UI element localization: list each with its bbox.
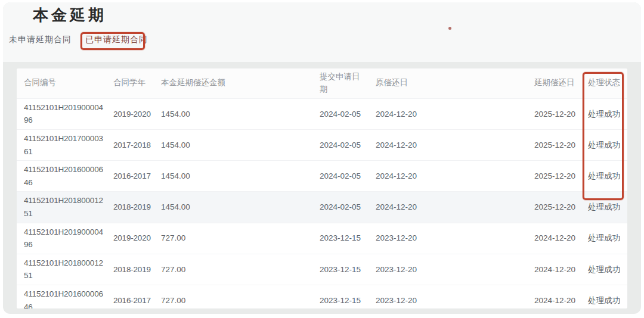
- cell-apply-date: 2024-02-05: [312, 161, 369, 192]
- deferment-table: 合同编号 合同学年 本金延期偿还金额 提交申请日期 原偿还日 延期偿还日 处理状…: [17, 68, 627, 308]
- cell-original-date: 2023-12-20: [369, 285, 527, 308]
- cell-contract-no: 41152101H20180001251: [17, 192, 106, 223]
- cell-deferred-date: 2025-12-20: [527, 130, 581, 161]
- cell-status: 处理成功: [581, 98, 627, 129]
- cell-original-date: 2024-12-20: [369, 130, 527, 161]
- column-header-status: 处理状态: [581, 68, 627, 98]
- cell-contract-year: 2018-2019: [106, 254, 154, 285]
- column-header-apply-date: 提交申请日期: [312, 68, 369, 98]
- cell-contract-no: 41152101H20180001251: [17, 254, 106, 285]
- cursor-mark-dot: [448, 27, 451, 30]
- column-header-contract-year: 合同学年: [106, 68, 154, 98]
- cell-apply-date: 2024-02-05: [312, 130, 369, 161]
- cell-status: 处理成功: [581, 285, 627, 308]
- cell-apply-date: 2023-12-15: [312, 285, 369, 308]
- app-window: 本金延期 未申请延期合同 已申请延期合同 合同编号 合同学年 本金延期偿还金额 …: [0, 0, 644, 318]
- cell-defer-amount: 727.00: [154, 223, 312, 254]
- cell-contract-year: 2016-2017: [106, 161, 154, 192]
- cell-deferred-date: 2025-12-20: [527, 98, 581, 129]
- cell-contract-no: 41152101H20170000361: [17, 130, 106, 161]
- table-row: 41152101H20160000646 2016-2017 727.00 20…: [17, 285, 627, 308]
- cell-contract-year: 2017-2018: [106, 130, 154, 161]
- page-title: 本金延期: [33, 5, 107, 26]
- cell-original-date: 2024-12-20: [369, 161, 527, 192]
- cell-contract-no: 41152101H20190000496: [17, 98, 106, 129]
- table-row: 41152101H20180001251 2018-2019 1454.00 2…: [17, 192, 627, 223]
- table-header: 合同编号 合同学年 本金延期偿还金额 提交申请日期 原偿还日 延期偿还日 处理状…: [17, 68, 627, 98]
- cell-original-date: 2023-12-20: [369, 223, 527, 254]
- cell-status: 处理成功: [581, 223, 627, 254]
- column-header-original-date: 原偿还日: [369, 68, 527, 98]
- cell-contract-year: 2016-2017: [106, 285, 154, 308]
- tab-applied-contracts[interactable]: 已申请延期合同: [85, 35, 148, 45]
- cell-contract-no: 41152101H20160000646: [17, 285, 106, 308]
- cell-apply-date: 2024-02-05: [312, 98, 369, 129]
- cell-defer-amount: 1454.00: [154, 161, 312, 192]
- cell-status: 处理成功: [581, 254, 627, 285]
- table-row: 41152101H20170000361 2017-2018 1454.00 2…: [17, 130, 627, 161]
- table-card: 合同编号 合同学年 本金延期偿还金额 提交申请日期 原偿还日 延期偿还日 处理状…: [17, 68, 627, 308]
- cell-apply-date: 2023-12-15: [312, 254, 369, 285]
- cell-original-date: 2024-12-20: [369, 192, 527, 223]
- table-row: 41152101H20180001251 2018-2019 727.00 20…: [17, 254, 627, 285]
- column-header-defer-amount: 本金延期偿还金额: [154, 68, 312, 98]
- cell-contract-no: 41152101H20190000496: [17, 223, 106, 254]
- cell-apply-date: 2023-12-15: [312, 223, 369, 254]
- cell-deferred-date: 2025-12-20: [527, 161, 581, 192]
- cell-contract-year: 2018-2019: [106, 192, 154, 223]
- table-row: 41152101H20160000646 2016-2017 1454.00 2…: [17, 161, 627, 192]
- cell-original-date: 2023-12-20: [369, 254, 527, 285]
- cell-defer-amount: 1454.00: [154, 192, 312, 223]
- table-row: 41152101H20190000496 2019-2020 1454.00 2…: [17, 98, 627, 129]
- column-header-contract-no: 合同编号: [17, 68, 106, 98]
- cell-defer-amount: 727.00: [154, 254, 312, 285]
- column-header-deferred-date: 延期偿还日: [527, 68, 581, 98]
- cell-contract-no: 41152101H20160000646: [17, 161, 106, 192]
- cell-status: 处理成功: [581, 161, 627, 192]
- table-row: 41152101H20190000496 2019-2020 727.00 20…: [17, 223, 627, 254]
- cell-defer-amount: 1454.00: [154, 130, 312, 161]
- cell-deferred-date: 2025-12-20: [527, 192, 581, 223]
- cell-original-date: 2024-12-20: [369, 98, 527, 129]
- cell-status: 处理成功: [581, 192, 627, 223]
- cell-deferred-date: 2024-12-20: [527, 254, 581, 285]
- cell-status: 处理成功: [581, 130, 627, 161]
- cell-apply-date: 2024-02-05: [312, 192, 369, 223]
- tab-not-applied-contracts[interactable]: 未申请延期合同: [9, 35, 72, 45]
- cell-defer-amount: 1454.00: [154, 98, 312, 129]
- cell-contract-year: 2019-2020: [106, 98, 154, 129]
- cell-contract-year: 2019-2020: [106, 223, 154, 254]
- cell-deferred-date: 2024-12-20: [527, 285, 581, 308]
- cell-defer-amount: 727.00: [154, 285, 312, 308]
- cell-deferred-date: 2024-12-20: [527, 223, 581, 254]
- table-body: 41152101H20190000496 2019-2020 1454.00 2…: [17, 98, 627, 308]
